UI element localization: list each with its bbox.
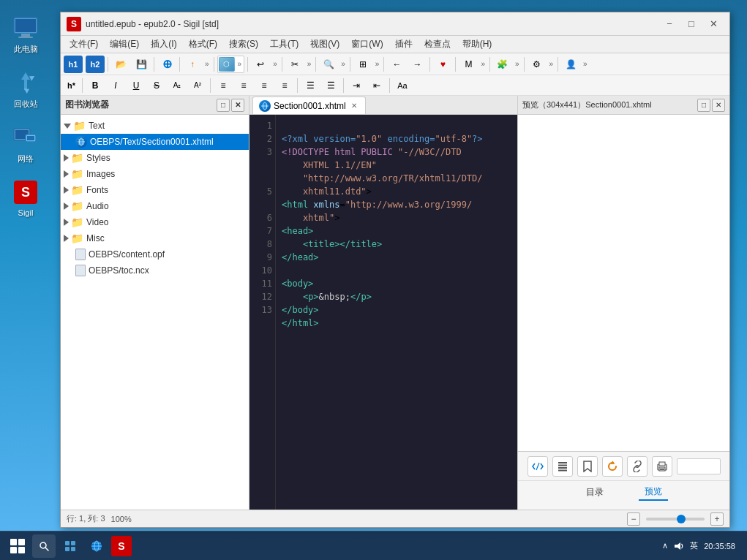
preview-search-input[interactable] [677,458,721,474]
desktop-icon-recycle[interactable]: 回收站 [4,69,48,110]
nav-next[interactable]: → [408,56,427,73]
taskbar-widgets[interactable] [59,534,82,558]
menu-checkpoint[interactable]: 检查点 [418,37,457,52]
tab-close-button[interactable]: ✕ [349,101,359,111]
menu-tools[interactable]: 工具(T) [264,37,304,52]
panel-close-button[interactable]: ✕ [231,99,244,112]
menu-search[interactable]: 搜索(S) [223,37,264,52]
align-right-button[interactable]: ≡ [255,77,274,94]
list-ul-button[interactable]: ☰ [301,77,320,94]
gear-more[interactable]: » [548,60,555,68]
subscript-button[interactable]: A₂ [168,77,187,94]
desktop-icon-sigil[interactable]: S Sigil [4,179,48,217]
print-button[interactable] [652,456,672,477]
taskbar-search-button[interactable] [32,534,56,558]
link-button[interactable] [627,456,647,477]
refresh-button[interactable] [602,456,623,477]
code-content[interactable]: <?xml version="1.0" encoding="utf-8"?> <… [276,115,517,510]
list-ol-button[interactable]: ☰ [321,77,340,94]
tree-item-video[interactable]: 📁 Video [61,214,249,230]
preview-tab[interactable]: 预览 [639,484,668,501]
code-editor[interactable]: 1 2 3 5 6 7 8 9 10 11 12 1 [249,115,517,510]
preview-close-button[interactable]: ✕ [712,99,725,112]
tree-item-audio[interactable]: 📁 Audio [61,198,249,214]
zoom-thumb[interactable] [677,515,686,523]
find-more[interactable]: » [339,60,347,68]
tree-item-text[interactable]: 📁 Text [61,118,249,134]
taskbar-sigil-button[interactable]: S [111,536,132,556]
h2-button[interactable]: h2 [86,56,105,73]
start-button[interactable] [6,534,29,558]
person-more[interactable]: » [582,60,589,68]
maximize-button[interactable]: □ [681,16,702,32]
italic-button[interactable]: I [106,77,125,94]
editor-tab-section0001[interactable]: Section0001.xhtml ✕ [252,97,366,114]
tree-item-images[interactable]: 📁 Images [61,166,249,182]
mail-more[interactable]: » [479,60,487,68]
undo-more[interactable]: » [271,60,279,68]
toolbar-more-1[interactable]: » [203,60,211,68]
outdent-button[interactable]: ⇤ [367,77,386,94]
person-button[interactable]: 👤 [561,56,580,73]
nav-more[interactable]: » [236,60,244,68]
align-center-button[interactable]: ≡ [234,77,253,94]
menu-insert[interactable]: 插入(I) [145,37,182,52]
align-left-button[interactable]: ≡ [214,77,233,94]
close-button[interactable]: ✕ [703,16,724,32]
menu-window[interactable]: 窗口(W) [345,37,388,52]
menu-format[interactable]: 格式(F) [183,37,223,52]
cut-more[interactable]: » [306,60,313,68]
nav-prev[interactable]: ← [387,56,406,73]
table-button[interactable]: ⊞ [353,56,372,73]
undo-button[interactable]: ↩ [251,56,270,73]
bold-button[interactable]: B [86,77,105,94]
align-justify-button[interactable]: ≡ [275,77,294,94]
mail-button[interactable]: M [459,56,478,73]
gear-button[interactable]: ⚙ [528,56,547,73]
desktop-icon-mypc[interactable]: 此电脑 [4,15,48,55]
list-view-button[interactable] [552,456,573,477]
menu-edit[interactable]: 编辑(E) [104,37,145,52]
menu-plugin[interactable]: 插件 [389,37,418,52]
tree-item-content-opf[interactable]: OEBPS/content.opf [61,246,249,262]
puzzle-button[interactable]: 🧩 [493,56,512,73]
preview-restore-button[interactable]: □ [697,99,710,112]
add-button[interactable]: ⊕ [157,56,176,73]
tree-item-section0001[interactable]: OEBPS/Text/Section0001.xhtml [61,134,249,150]
underline-button[interactable]: U [127,77,146,94]
panel-restore-button[interactable]: □ [217,99,230,112]
zoom-slider[interactable] [646,518,705,521]
bookmark-button[interactable] [577,456,598,477]
heading-button[interactable]: h* [64,77,79,94]
puzzle-more[interactable]: » [514,60,521,68]
menu-file[interactable]: 文件(F) [64,37,104,52]
tree-item-fonts[interactable]: 📁 Fonts [61,182,249,198]
open-button[interactable]: 📂 [111,56,130,73]
nav-left-button[interactable]: ⬡ [219,57,235,72]
superscript-button[interactable]: A² [188,77,207,94]
heart-button[interactable]: ♥ [433,56,452,73]
tree-item-misc[interactable]: 📁 Misc [61,230,249,246]
zoom-percent: 100% [111,515,132,523]
h1-button[interactable]: h1 [64,56,83,73]
menu-help[interactable]: 帮助(H) [457,37,498,52]
up-button[interactable]: ↑ [183,56,202,73]
code-view-button[interactable] [528,456,548,477]
toc-tab[interactable]: 目录 [580,485,609,500]
tray-arrow[interactable]: ∧ [662,541,668,550]
indent-button[interactable]: ⇥ [347,77,366,94]
minimize-button[interactable]: − [659,16,680,32]
taskbar-browser[interactable] [85,534,108,558]
table-more[interactable]: » [374,60,381,68]
tree-item-toc-ncx[interactable]: OEBPS/toc.ncx [61,262,249,279]
menu-view[interactable]: 视图(V) [304,37,345,52]
strikethrough-button[interactable]: S [147,77,166,94]
cut-button[interactable]: ✂ [285,56,304,73]
tree-item-styles[interactable]: 📁 Styles [61,150,249,166]
case-button[interactable]: Aa [393,77,412,94]
save-button[interactable]: 💾 [132,56,151,73]
desktop-icon-network[interactable]: 网络 [4,124,48,164]
zoom-minus-button[interactable]: − [627,512,640,526]
zoom-plus-button[interactable]: + [710,512,724,526]
find-button[interactable]: 🔍 [319,56,338,73]
